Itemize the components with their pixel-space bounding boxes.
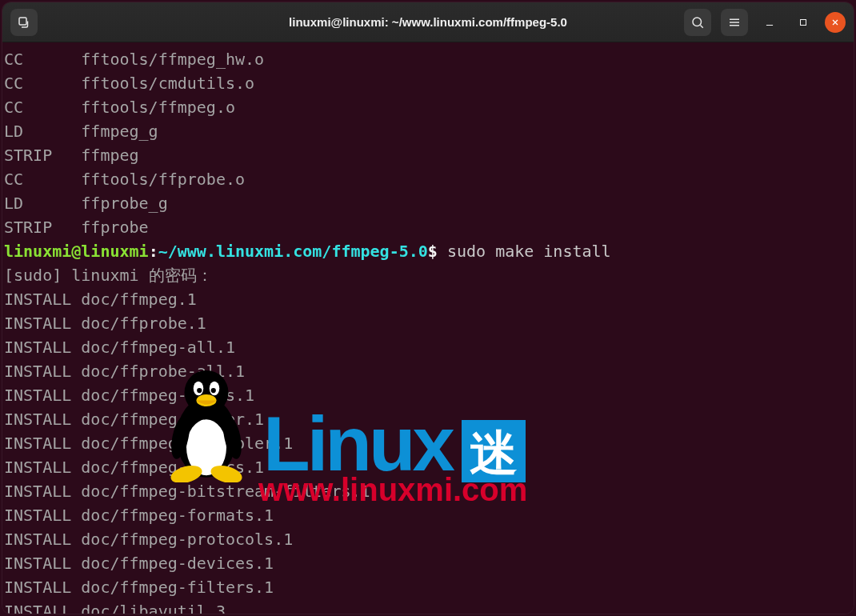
install-line: INSTALL doc/ffmpeg-devices.1 [4, 551, 852, 575]
command-text: sudo make install [447, 242, 611, 261]
install-line: INSTALL doc/libavutil.3 [4, 599, 852, 614]
sudo-prompt: [sudo] linuxmi 的密码： [4, 263, 852, 287]
build-line: CC fftools/cmdutils.o [4, 71, 852, 95]
prompt-sep: : [149, 242, 158, 261]
install-line: INSTALL doc/ffmpeg-bitstream-filters.1 [4, 479, 852, 503]
new-tab-button[interactable] [10, 9, 38, 36]
install-line: INSTALL doc/ffmpeg-scaler.1 [4, 407, 852, 431]
maximize-button[interactable] [791, 10, 815, 34]
svg-line-2 [700, 25, 702, 27]
search-icon [690, 15, 705, 30]
svg-rect-0 [19, 18, 26, 25]
build-line: LD ffmpeg_g [4, 119, 852, 143]
titlebar: linuxmi@linuxmi: ~/www.linuxmi.com/ffmpe… [2, 2, 854, 42]
install-line: INSTALL doc/ffmpeg.1 [4, 287, 852, 311]
close-button[interactable] [825, 12, 846, 33]
terminal-window: linuxmi@linuxmi: ~/www.linuxmi.com/ffmpe… [2, 2, 854, 614]
build-line: STRIP ffprobe [4, 215, 852, 239]
menu-button[interactable] [721, 9, 748, 36]
build-line: CC fftools/ffmpeg_hw.o [4, 47, 852, 71]
new-tab-icon [17, 15, 31, 30]
install-line: INSTALL doc/ffmpeg-formats.1 [4, 503, 852, 527]
install-line: INSTALL doc/ffmpeg-filters.1 [4, 575, 852, 599]
hamburger-icon [727, 15, 742, 30]
svg-point-1 [693, 18, 702, 26]
build-line: CC fftools/ffmpeg.o [4, 95, 852, 119]
install-line: INSTALL doc/ffmpeg-all.1 [4, 335, 852, 359]
maximize-icon [798, 18, 808, 27]
build-line: STRIP ffmpeg [4, 143, 852, 167]
install-line: INSTALL doc/ffmpeg-utils.1 [4, 383, 852, 407]
install-line: INSTALL doc/ffprobe.1 [4, 311, 852, 335]
window-title: linuxmi@linuxmi: ~/www.linuxmi.com/ffmpe… [289, 15, 567, 29]
prompt-cwd: ~/www.linuxmi.com/ffmpeg-5.0 [158, 242, 428, 261]
install-line: INSTALL doc/ffmpeg-protocols.1 [4, 527, 852, 551]
install-line: INSTALL doc/ffprobe-all.1 [4, 359, 852, 383]
minimize-icon [764, 17, 775, 28]
install-line: INSTALL doc/ffmpeg-codecs.1 [4, 455, 852, 479]
prompt-user-host: linuxmi@linuxmi [4, 242, 149, 261]
prompt-dollar: $ [428, 242, 447, 261]
build-line: CC fftools/ffprobe.o [4, 167, 852, 191]
build-line: LD ffprobe_g [4, 191, 852, 215]
search-button[interactable] [684, 9, 711, 36]
close-icon [830, 18, 840, 27]
install-line: INSTALL doc/ffmpeg-resampler.1 [4, 431, 852, 455]
minimize-button[interactable] [758, 10, 782, 34]
prompt-line: linuxmi@linuxmi:~/www.linuxmi.com/ffmpeg… [4, 239, 852, 263]
svg-rect-7 [801, 19, 806, 25]
terminal-viewport[interactable]: CC fftools/ffmpeg_hw.o CC fftools/cmduti… [2, 42, 854, 614]
